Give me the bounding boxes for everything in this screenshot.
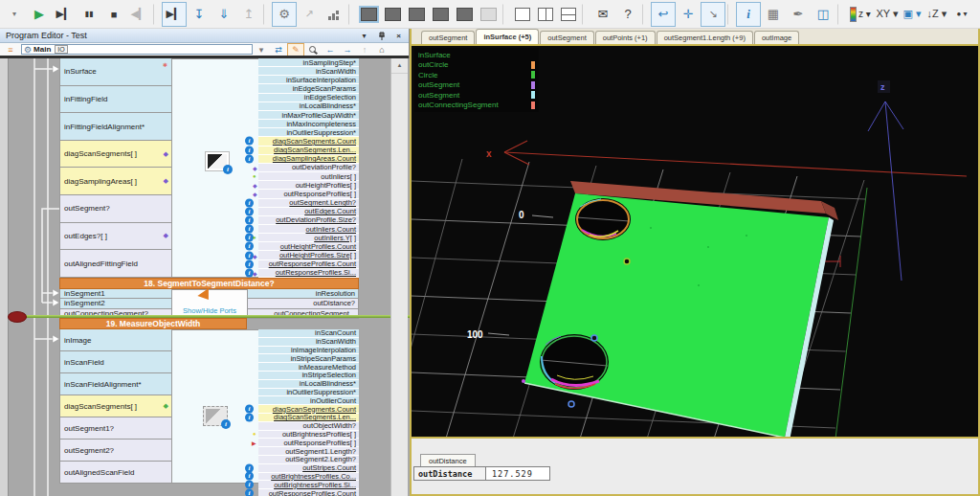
window-properties-icon[interactable] [433, 8, 449, 21]
iterate-current-macrofilter-icon[interactable]: ↧ [187, 2, 212, 27]
program-editor-toolbar: ≡ ⚙ Main IO ▾ ⇄ ✎ ← → ↑ ⌂ [0, 43, 409, 56]
preview-tab[interactable]: outSegment1.Length (+9) [657, 31, 753, 44]
preview-tab[interactable]: outSegment [540, 31, 593, 44]
layout-quad-pane-icon[interactable] [538, 8, 553, 21]
help-icon[interactable]: ? [615, 2, 640, 27]
filter-header-18[interactable]: 18. SegmentToSegmentDistance? [59, 278, 359, 289]
filter-header-19[interactable]: 19. MeasureObjectWidth [59, 318, 247, 329]
navigate-back-icon[interactable]: ← [322, 43, 339, 56]
view-3d-box-icon[interactable]: ◫ [811, 2, 835, 27]
port-row[interactable]: outSegment? [59, 195, 172, 223]
window-project-explorer-icon[interactable] [457, 8, 473, 21]
preview-tab[interactable]: outSegment [421, 31, 475, 44]
z-scale-mode-icon[interactable]: z ▾ [846, 2, 875, 27]
editor-scrollbar[interactable]: ▲ [390, 58, 408, 496]
run-icon[interactable]: ▶ [27, 2, 52, 27]
legend-swatch [531, 61, 535, 69]
color-palette-icon[interactable]: ▦ [761, 2, 786, 27]
preview-tab[interactable]: outImage [754, 31, 799, 44]
port-row[interactable]: inSurface [59, 58, 172, 86]
find-icon[interactable] [304, 43, 322, 56]
port-row[interactable]: outAlignedScanField [59, 462, 172, 484]
edit-macrofilter-icon[interactable]: ✎ [287, 43, 304, 56]
scrollbar-up-icon[interactable]: ▲ [391, 58, 408, 74]
scan-surface-filter-icon[interactable]: i [205, 151, 230, 171]
legend-item: outCircle [418, 60, 535, 71]
reset-view-icon[interactable]: ↩ [651, 2, 676, 27]
window-filmstrip-icon[interactable] [409, 8, 425, 21]
macrofilter-left-ports: inSurface inFittingField inFittingFieldA… [59, 58, 172, 278]
port-row[interactable]: diagScanSegments[ ] [59, 395, 172, 417]
stop-program-icon[interactable]: ■ [101, 2, 126, 27]
info-badge-icon: i [223, 165, 233, 174]
window-program-editor-icon[interactable] [361, 8, 377, 21]
port-row[interactable]: outResponseProfiles.Count [258, 489, 359, 496]
go-home-icon[interactable]: ⌂ [373, 43, 390, 56]
show-hide-ports-link[interactable]: Show/Hide Ports [172, 306, 247, 315]
navigate-forward-icon[interactable]: → [339, 43, 356, 56]
window-data-preview-icon[interactable] [385, 8, 401, 21]
step-into-icon[interactable]: ⇓ [212, 2, 236, 27]
zoom-region-icon[interactable]: ↘ [701, 2, 725, 27]
legend-swatch [531, 91, 535, 99]
step-over-icon[interactable]: ↥ [236, 2, 261, 27]
close-icon[interactable]: × [391, 30, 406, 41]
legend-item: outSegment [418, 90, 535, 101]
z-axis-mode-icon[interactable]: ↓Z ▾ [924, 2, 949, 27]
port-row[interactable]: inResolution [247, 289, 359, 299]
auto-fit-icon[interactable]: ↗ [297, 2, 322, 27]
port-row[interactable]: outSegment1? [59, 417, 172, 440]
settings-wrench-icon[interactable]: ⚙ [272, 2, 297, 27]
layout-stacked-pane-icon[interactable] [561, 8, 576, 21]
go-up-icon[interactable]: ↑ [356, 43, 373, 56]
z-axis-label: z [880, 82, 885, 92]
port-row[interactable]: inImage [59, 329, 172, 351]
combo-dropdown-icon[interactable]: ▾ [253, 43, 270, 56]
port-row[interactable]: diagScanSegments[ ] [59, 141, 172, 169]
layout-single-pane-icon[interactable] [515, 8, 530, 21]
3d-viewport[interactable]: inSurface outCircle Circle outSegment [412, 44, 978, 439]
result-tab[interactable]: outDistance [420, 454, 476, 467]
previous-iteration-icon[interactable]: ◀▎ [126, 2, 151, 27]
iterate-program-icon[interactable]: ▶▎ [52, 2, 77, 27]
connection-lines [0, 58, 59, 496]
legend-item: Circle [418, 70, 535, 80]
navigate-connections-icon[interactable]: ⇄ [270, 43, 287, 56]
panel-menu-icon[interactable]: ▾ [357, 30, 371, 41]
toolbar-overflow-icon[interactable]: ▾ [2, 2, 27, 27]
macrofilter-combo[interactable]: ⚙ Main IO [21, 44, 253, 55]
port-row[interactable]: outAlignedFittingField [59, 250, 172, 278]
result-name-cell: outDistance [413, 466, 486, 481]
point-size-mode-icon[interactable]: ● ▾ [949, 2, 974, 27]
statistics-bars-icon[interactable] [322, 2, 346, 27]
measure-object-width-filter-icon[interactable]: i [203, 406, 228, 426]
port-row[interactable]: inFittingFieldAlignment* [59, 113, 172, 141]
port-row[interactable]: outSegment2? [59, 440, 172, 462]
show-info-icon[interactable]: i [736, 2, 761, 27]
preview-tab[interactable]: inSurface (+5) [476, 29, 539, 44]
macrofilter-menu-icon[interactable]: ≡ [2, 43, 19, 56]
port-row[interactable]: inScanField [59, 351, 172, 373]
data-preview-panel: outSegment inSurface (+5) outSegment out… [410, 29, 980, 496]
port-row[interactable]: inSegment2 [59, 299, 172, 308]
port-row[interactable]: outResponseProfiles.Si... [258, 269, 359, 278]
color-picker-icon[interactable]: ✒ [786, 2, 811, 27]
breakpoint-marker[interactable] [8, 311, 27, 323]
pause-program-icon[interactable]: ▮▮ [77, 2, 101, 27]
pan-view-icon[interactable]: ✛ [676, 2, 701, 27]
run-until-here-icon[interactable]: ▶▎ [162, 2, 187, 27]
preview-tab[interactable]: outPoints (+1) [595, 31, 656, 44]
projection-mode-icon[interactable]: ▣ ▾ [900, 2, 924, 27]
port-row[interactable]: outEdges?[ ] [59, 223, 172, 251]
port-row[interactable]: outDistance? [247, 299, 359, 308]
xy-view-mode-icon[interactable]: XY ▾ [875, 2, 900, 27]
port-row[interactable]: inFittingField [59, 86, 172, 114]
pin-icon[interactable] [374, 30, 389, 41]
port-row[interactable]: inSegment1 [59, 289, 172, 299]
port-row[interactable]: diagSamplingAreas[ ] [59, 168, 172, 195]
program-canvas[interactable]: inSurface inFittingField inFittingFieldA… [0, 58, 410, 496]
plate-corner-marker [522, 379, 525, 383]
feedback-envelope-icon[interactable]: ✉ [590, 2, 615, 27]
port-row[interactable]: inScanFieldAlignment* [59, 373, 172, 395]
window-hmi-icon[interactable] [480, 8, 497, 21]
